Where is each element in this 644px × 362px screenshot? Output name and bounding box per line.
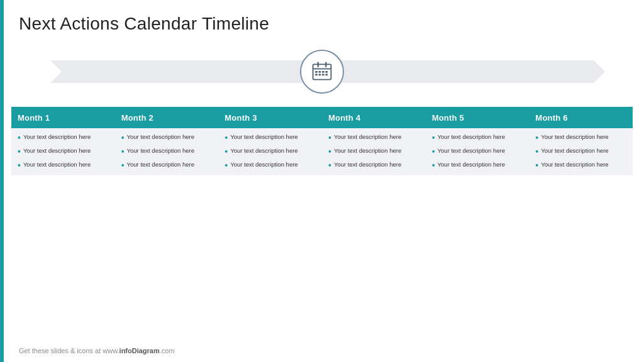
bullet-item-3-2: •Your text description here — [225, 147, 317, 157]
page: Next Actions Calendar Timeline Month 1•Y… — [0, 0, 644, 362]
bullet-item-6-2: •Your text description here — [535, 147, 628, 157]
bullet-text-3-3: Your text description here — [230, 161, 297, 169]
bullet-dot: • — [432, 133, 435, 143]
svg-rect-5 — [319, 71, 321, 73]
bullet-item-2-3: •Your text description here — [121, 161, 214, 171]
bullet-dot: • — [225, 160, 228, 171]
svg-rect-6 — [322, 71, 325, 73]
bullet-dot: • — [121, 160, 125, 171]
svg-rect-4 — [315, 71, 318, 73]
month-col-2: Month 2•Your text description here•Your … — [115, 107, 219, 175]
months-container: Month 1•Your text description here•Your … — [0, 107, 644, 175]
bullet-text-2-2: Your text description here — [127, 147, 194, 155]
svg-rect-9 — [319, 74, 321, 76]
bullet-item-5-1: •Your text description here — [432, 133, 525, 143]
svg-rect-10 — [322, 74, 325, 76]
timeline-area — [0, 47, 644, 97]
svg-rect-8 — [315, 74, 318, 76]
footer-text: Get these slides & icons at www.infoDiag… — [19, 347, 175, 354]
bullet-item-1-1: •Your text description here — [18, 133, 110, 143]
bullet-item-2-2: •Your text description here — [121, 147, 214, 157]
bullet-item-1-2: •Your text description here — [18, 147, 110, 157]
footer: Get these slides & icons at www.infoDiag… — [19, 347, 175, 354]
bullet-text-5-1: Your text description here — [438, 133, 505, 141]
svg-rect-7 — [325, 71, 328, 73]
bullet-text-6-2: Your text description here — [541, 147, 608, 155]
page-title: Next Actions Calendar Timeline — [19, 14, 625, 34]
bullet-dot: • — [535, 160, 538, 171]
month-body-1: •Your text description here•Your text de… — [11, 128, 115, 175]
month-label-5: Month 5 — [432, 113, 464, 123]
month-header-2: Month 2 — [115, 107, 219, 128]
month-header-4: Month 4 — [322, 107, 426, 128]
month-col-1: Month 1•Your text description here•Your … — [11, 107, 115, 175]
calendar-circle — [300, 50, 344, 94]
month-label-2: Month 2 — [121, 113, 153, 123]
bullet-item-1-3: •Your text description here — [18, 161, 110, 171]
bullet-item-4-2: •Your text description here — [328, 147, 421, 157]
bullet-text-4-2: Your text description here — [334, 147, 401, 155]
bullet-text-2-1: Your text description here — [127, 133, 194, 141]
month-label-4: Month 4 — [328, 113, 360, 123]
svg-rect-11 — [325, 74, 328, 76]
bullet-item-2-1: •Your text description here — [121, 133, 214, 143]
bullet-text-4-3: Your text description here — [334, 161, 401, 169]
bullet-item-3-1: •Your text description here — [225, 133, 317, 143]
bullet-text-6-3: Your text description here — [541, 161, 608, 169]
bullet-item-3-3: •Your text description here — [225, 161, 317, 171]
bullet-dot: • — [535, 146, 538, 157]
bullet-text-3-2: Your text description here — [230, 147, 297, 155]
bullet-dot: • — [225, 146, 228, 157]
month-col-6: Month 6•Your text description here•Your … — [529, 107, 633, 175]
bullet-item-5-3: •Your text description here — [432, 161, 525, 171]
bullet-dot: • — [18, 160, 21, 171]
bullet-dot: • — [432, 146, 435, 157]
month-header-3: Month 3 — [218, 107, 322, 128]
bullet-item-4-1: •Your text description here — [328, 133, 421, 143]
month-label-3: Month 3 — [225, 113, 257, 123]
month-body-2: •Your text description here•Your text de… — [115, 128, 219, 175]
month-body-6: •Your text description here•Your text de… — [529, 128, 633, 175]
bullet-dot: • — [328, 146, 331, 157]
bullet-dot: • — [225, 133, 228, 143]
month-header-5: Month 5 — [426, 107, 530, 128]
bullet-item-6-3: •Your text description here — [535, 161, 628, 171]
month-body-3: •Your text description here•Your text de… — [218, 128, 322, 175]
bullet-item-4-3: •Your text description here — [328, 161, 421, 171]
title-area: Next Actions Calendar Timeline — [0, 0, 644, 40]
bullet-text-4-1: Your text description here — [334, 133, 401, 141]
month-body-4: •Your text description here•Your text de… — [322, 128, 426, 175]
month-col-4: Month 4•Your text description here•Your … — [322, 107, 426, 175]
month-label-6: Month 6 — [535, 113, 567, 123]
bullet-text-3-1: Your text description here — [230, 133, 297, 141]
bullet-dot: • — [535, 133, 538, 143]
month-label-1: Month 1 — [18, 113, 50, 123]
bullet-item-5-2: •Your text description here — [432, 147, 525, 157]
bullet-dot: • — [328, 133, 331, 143]
bullet-text-5-2: Your text description here — [438, 147, 505, 155]
bullet-text-2-3: Your text description here — [127, 161, 194, 169]
bullet-item-6-1: •Your text description here — [535, 133, 628, 143]
month-header-6: Month 6 — [529, 107, 633, 128]
bullet-dot: • — [121, 146, 125, 157]
bullet-dot: • — [18, 133, 21, 143]
month-body-5: •Your text description here•Your text de… — [426, 128, 530, 175]
bullet-text-5-3: Your text description here — [438, 161, 505, 169]
month-col-3: Month 3•Your text description here•Your … — [218, 107, 322, 175]
bullet-text-6-1: Your text description here — [541, 133, 608, 141]
bullet-dot: • — [432, 160, 435, 171]
bullet-text-1-1: Your text description here — [23, 133, 91, 141]
bullet-text-1-3: Your text description here — [23, 161, 91, 169]
bullet-dot: • — [18, 146, 21, 157]
bullet-text-1-2: Your text description here — [23, 147, 91, 155]
month-header-1: Month 1 — [11, 107, 115, 128]
bullet-dot: • — [328, 160, 331, 171]
calendar-icon — [311, 60, 333, 83]
month-col-5: Month 5•Your text description here•Your … — [426, 107, 530, 175]
bullet-dot: • — [121, 133, 125, 143]
